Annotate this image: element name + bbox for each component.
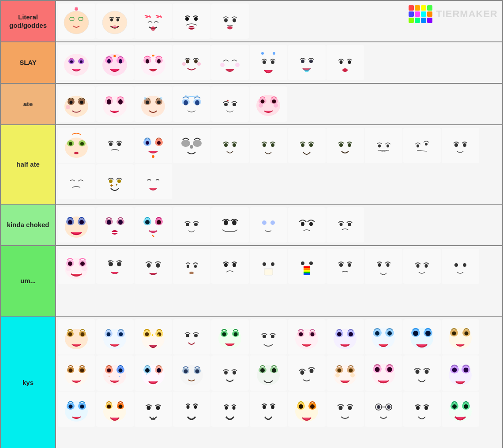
face-item[interactable] <box>327 355 364 391</box>
face-item[interactable] <box>58 164 95 199</box>
face-item[interactable] <box>173 392 210 427</box>
face-item[interactable] <box>173 355 210 391</box>
face-item[interactable] <box>327 207 364 243</box>
face-item[interactable] <box>58 4 95 39</box>
face-item[interactable] <box>442 392 479 427</box>
face-item[interactable] <box>58 355 95 391</box>
face-item[interactable] <box>58 319 95 355</box>
face-item[interactable] <box>442 249 479 284</box>
face-item[interactable] <box>58 207 95 243</box>
svg-point-279 <box>272 368 276 373</box>
face-item[interactable] <box>211 319 249 355</box>
face-item[interactable] <box>288 45 326 80</box>
face-item[interactable] <box>96 128 134 163</box>
face-item[interactable] <box>96 86 134 122</box>
svg-point-40 <box>186 60 189 63</box>
face-item[interactable] <box>58 86 95 122</box>
face-item[interactable] <box>442 355 479 391</box>
face-item[interactable]: ★ ★ <box>135 319 172 355</box>
face-item[interactable] <box>173 319 210 355</box>
face-item[interactable] <box>250 45 287 80</box>
face-item[interactable]: × × <box>96 355 134 391</box>
face-item[interactable]: ✦ ✦ <box>135 355 172 391</box>
face-item[interactable] <box>327 249 364 284</box>
face-item[interactable] <box>58 392 95 427</box>
face-item[interactable] <box>250 86 287 122</box>
face-item[interactable] <box>135 45 172 80</box>
face-item[interactable] <box>442 128 479 163</box>
face-item[interactable] <box>250 249 287 284</box>
face-item[interactable] <box>135 4 172 39</box>
face-item[interactable] <box>365 319 402 355</box>
face-item[interactable] <box>327 128 364 163</box>
svg-point-162 <box>82 266 87 271</box>
face-item[interactable] <box>135 128 172 163</box>
face-item[interactable] <box>135 207 172 243</box>
svg-point-222 <box>263 335 266 338</box>
face-item[interactable] <box>173 86 210 122</box>
face-item[interactable] <box>250 128 287 163</box>
face-item[interactable] <box>211 128 249 163</box>
tier-row-ate: ate <box>1 84 502 125</box>
svg-point-53 <box>348 60 351 64</box>
svg-point-37 <box>146 59 149 63</box>
svg-point-207 <box>119 332 123 336</box>
face-item[interactable]: ✦ ✦ <box>96 164 134 199</box>
face-item[interactable] <box>365 392 402 427</box>
face-item[interactable] <box>211 355 249 391</box>
svg-point-326 <box>310 404 315 409</box>
face-item[interactable] <box>173 45 210 80</box>
face-item[interactable] <box>58 45 95 80</box>
face-item[interactable] <box>96 319 134 355</box>
face-item[interactable] <box>250 319 287 355</box>
face-item[interactable] <box>96 4 134 39</box>
face-item[interactable] <box>135 249 172 284</box>
face-item[interactable] <box>442 319 479 355</box>
face-item[interactable] <box>211 249 249 284</box>
face-item[interactable] <box>250 392 287 427</box>
face-item[interactable] <box>58 128 95 163</box>
face-item[interactable] <box>365 128 402 163</box>
tier-label-text: half ate <box>16 160 40 169</box>
face-item[interactable] <box>288 128 326 163</box>
face-item[interactable] <box>288 207 326 243</box>
face-item[interactable] <box>173 249 210 284</box>
face-item[interactable] <box>250 355 287 391</box>
face-item[interactable] <box>365 355 402 391</box>
face-item[interactable] <box>173 128 210 163</box>
face-item[interactable] <box>403 355 441 391</box>
face-item[interactable] <box>135 86 172 122</box>
face-item[interactable] <box>403 249 441 284</box>
face-item[interactable] <box>403 319 441 355</box>
face-item[interactable] <box>288 319 326 355</box>
logo-area: TIERMAKER <box>409 5 498 23</box>
face-item[interactable] <box>250 207 287 243</box>
svg-point-206 <box>107 332 111 336</box>
face-item[interactable] <box>96 207 134 243</box>
face-item[interactable] <box>211 45 249 80</box>
face-item[interactable] <box>403 392 441 427</box>
face-item[interactable] <box>288 392 326 427</box>
face-item[interactable] <box>96 392 134 427</box>
face-item[interactable] <box>327 319 364 355</box>
face-item[interactable] <box>96 249 134 284</box>
face-item[interactable] <box>96 45 134 80</box>
face-item[interactable] <box>211 207 249 243</box>
face-item[interactable] <box>403 128 441 163</box>
face-item[interactable] <box>327 45 364 80</box>
face-item[interactable] <box>58 249 95 284</box>
face-item[interactable] <box>365 249 402 284</box>
face-item[interactable] <box>211 86 249 122</box>
svg-point-44 <box>220 63 225 67</box>
tier-label-ate: ate <box>1 84 56 124</box>
face-item[interactable] <box>288 355 326 391</box>
svg-point-39 <box>152 55 154 56</box>
face-item[interactable] <box>135 392 172 427</box>
face-item[interactable] <box>173 207 210 243</box>
face-item[interactable] <box>211 4 249 39</box>
face-item[interactable] <box>173 4 210 39</box>
face-item[interactable] <box>288 249 326 284</box>
face-item[interactable] <box>135 164 172 199</box>
face-item[interactable] <box>211 392 249 427</box>
face-item[interactable] <box>327 392 364 427</box>
